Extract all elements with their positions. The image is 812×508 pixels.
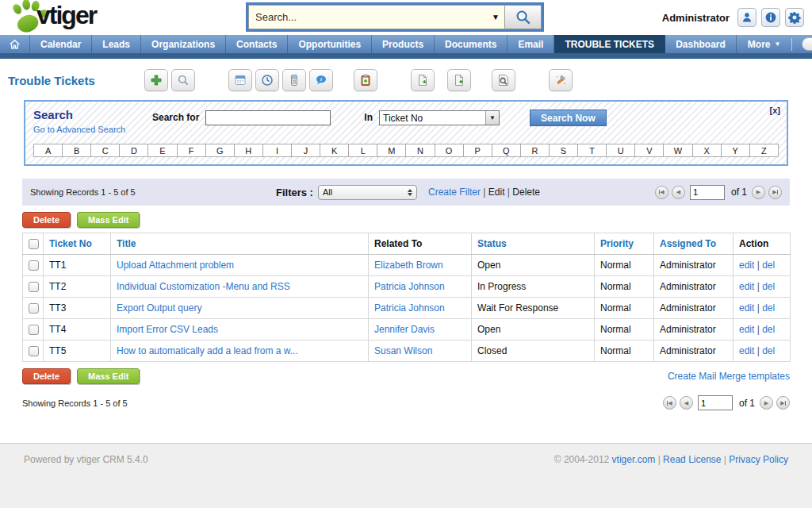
search-for-input[interactable]	[205, 110, 331, 125]
related-to-link[interactable]: Elizabeth Brown	[374, 260, 443, 271]
nav-tab-home[interactable]	[0, 35, 30, 53]
ticket-title-link[interactable]: Individual Customization -Menu and RSS	[117, 281, 290, 292]
settings-button[interactable]	[785, 8, 804, 27]
create-filter-link[interactable]: Create Filter	[428, 187, 481, 198]
import-button[interactable]	[411, 69, 435, 91]
alpha-link-u[interactable]: U	[607, 144, 635, 157]
clipboard-button[interactable]	[354, 69, 377, 91]
alpha-link-y[interactable]: Y	[722, 144, 750, 157]
related-to-link[interactable]: Jennifer Davis	[374, 324, 435, 335]
alpha-link-o[interactable]: O	[435, 144, 464, 157]
search-panel-close-link[interactable]: [x]	[770, 106, 780, 115]
first-page-button[interactable]: ◀	[663, 396, 676, 410]
related-to-link[interactable]: Patricia Johnson	[374, 302, 445, 314]
alpha-link-t[interactable]: T	[578, 144, 607, 157]
related-to-link[interactable]: Susan Wilson	[374, 345, 432, 356]
vtiger-logo[interactable]: vtiger	[8, 0, 151, 35]
alpha-link-x[interactable]: X	[693, 144, 722, 157]
advanced-search-link[interactable]: Go to Advanced Search	[33, 125, 125, 134]
del-link[interactable]: del	[762, 281, 775, 292]
nav-tab-contacts[interactable]: Contacts	[226, 35, 288, 53]
alpha-link-e[interactable]: E	[148, 144, 177, 157]
ticket-title-link[interactable]: Export Output query	[117, 302, 201, 314]
mass-edit-button[interactable]: Mass Edit	[77, 212, 140, 228]
tools-button[interactable]	[549, 69, 573, 91]
nav-tab-calendar[interactable]: Calendar	[30, 35, 92, 53]
ticket-title-link[interactable]: How to automatically add a lead from a w…	[117, 345, 298, 356]
search-scope-dropdown-icon[interactable]: ▼	[492, 13, 500, 21]
edit-link[interactable]: edit	[739, 281, 754, 292]
nav-tab-dashboard[interactable]: Dashboard	[665, 35, 737, 53]
edit-link[interactable]: edit	[739, 260, 754, 271]
search-field-select[interactable]: Ticket No ▼	[379, 110, 500, 125]
alpha-link-s[interactable]: S	[550, 144, 578, 157]
alpha-link-h[interactable]: H	[235, 144, 263, 157]
del-link[interactable]: del	[762, 324, 775, 335]
alpha-link-b[interactable]: B	[63, 144, 91, 157]
nav-more-menu[interactable]: More ▼	[737, 39, 792, 50]
alpha-link-a[interactable]: A	[33, 144, 63, 157]
col-header-ticket-no[interactable]: Ticket No	[44, 233, 111, 255]
prev-page-button[interactable]: ◀	[680, 396, 693, 410]
next-page-button[interactable]: ▶	[752, 186, 765, 199]
alpha-link-i[interactable]: I	[263, 144, 292, 157]
search-now-button[interactable]: Search Now	[530, 110, 607, 126]
last-page-button[interactable]: ▶	[768, 186, 782, 199]
delete-button[interactable]: Delete	[22, 212, 71, 228]
col-header-priority[interactable]: Priority	[595, 233, 654, 255]
global-search-button[interactable]	[505, 5, 542, 29]
add-ticket-button[interactable]	[144, 69, 168, 91]
prev-page-button[interactable]: ◀	[672, 186, 685, 199]
del-link[interactable]: del	[762, 260, 775, 271]
nav-tab-trouble-tickets[interactable]: TROUBLE TICKETS	[554, 35, 665, 53]
last-page-button[interactable]: ▶	[776, 396, 790, 410]
alpha-link-w[interactable]: W	[664, 144, 692, 157]
alpha-link-j[interactable]: J	[292, 144, 320, 157]
export-button[interactable]	[447, 69, 471, 91]
delete-filter-link[interactable]: Delete	[512, 187, 540, 198]
mail-merge-link[interactable]: Create Mail Merge templates	[668, 371, 790, 382]
alpha-link-l[interactable]: L	[349, 144, 377, 157]
del-link[interactable]: del	[762, 345, 775, 356]
alpha-link-n[interactable]: N	[406, 144, 435, 157]
chat-button[interactable]: i	[309, 69, 333, 91]
ticket-title-link[interactable]: Upload Attachment problem	[117, 260, 234, 271]
del-link[interactable]: del	[762, 302, 775, 314]
row-checkbox[interactable]	[29, 260, 39, 271]
col-header-status[interactable]: Status	[472, 233, 595, 255]
clock-button[interactable]	[255, 69, 279, 91]
col-header-assigned-to[interactable]: Assigned To	[654, 233, 733, 255]
next-page-button[interactable]: ▶	[760, 396, 773, 410]
filter-select[interactable]: All	[318, 185, 417, 200]
nav-tab-email[interactable]: Email	[508, 35, 554, 53]
privacy-policy-link[interactable]: Privacy Policy	[729, 454, 788, 465]
col-header-title[interactable]: Title	[111, 233, 369, 255]
my-preferences-button[interactable]	[737, 8, 756, 27]
vtiger-com-link[interactable]: vtiger.com	[612, 454, 656, 465]
ticket-title-link[interactable]: Import Error CSV Leads	[117, 324, 218, 335]
page-number-input[interactable]	[698, 395, 733, 410]
edit-link[interactable]: edit	[739, 324, 754, 335]
select-all-checkbox[interactable]	[29, 239, 39, 249]
edit-link[interactable]: edit	[739, 345, 754, 356]
delete-button-bottom[interactable]: Delete	[22, 368, 71, 384]
row-checkbox[interactable]	[29, 303, 39, 314]
nav-tab-organizations[interactable]: Organizations	[141, 35, 226, 53]
quick-create-button[interactable]: Quick Create...	[802, 37, 812, 51]
phone-button[interactable]	[282, 69, 306, 91]
nav-tab-opportunities[interactable]: Opportunities	[288, 35, 372, 53]
find-duplicates-button[interactable]	[492, 69, 515, 91]
row-checkbox[interactable]	[29, 282, 39, 292]
nav-tab-leads[interactable]: Leads	[92, 35, 141, 53]
related-to-link[interactable]: Patricia Johnson	[374, 281, 445, 292]
help-button[interactable]	[761, 8, 780, 27]
alpha-link-k[interactable]: K	[320, 144, 349, 157]
alpha-link-q[interactable]: Q	[492, 144, 521, 157]
alpha-link-v[interactable]: V	[635, 144, 664, 157]
module-search-button[interactable]	[171, 69, 195, 91]
calendar-button[interactable]	[228, 69, 252, 91]
edit-filter-link[interactable]: Edit	[488, 187, 505, 198]
read-license-link[interactable]: Read License	[663, 454, 721, 465]
alpha-link-c[interactable]: C	[91, 144, 120, 157]
nav-tab-documents[interactable]: Documents	[435, 35, 508, 53]
